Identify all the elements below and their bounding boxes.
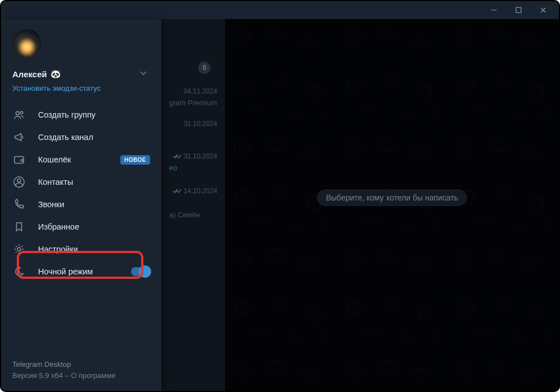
phone-icon <box>12 198 26 211</box>
menu-wallet[interactable]: Кошелёк НОВОЕ <box>1 148 161 171</box>
contacts-icon <box>12 175 26 189</box>
svg-point-16 <box>17 179 21 182</box>
menu-label: Ночной режим <box>38 267 93 276</box>
close-button[interactable] <box>531 1 556 19</box>
gear-icon <box>12 242 26 256</box>
menu-label: Звонки <box>38 200 64 209</box>
svg-rect-1 <box>516 8 521 13</box>
night-mode-toggle[interactable] <box>131 267 150 276</box>
svg-point-13 <box>16 111 19 115</box>
app-window: 6 04.11.2024 gram Premium б... 31.10.202… <box>0 0 560 392</box>
menu-calls[interactable]: Звонки <box>1 193 161 216</box>
menu-list: Создать группу Создать канал Кошелёк НОВ… <box>1 98 161 286</box>
wallet-icon <box>12 153 26 166</box>
avatar[interactable] <box>12 29 41 58</box>
panda-emoji-icon: 🐼 <box>50 69 61 79</box>
menu-label: Создать канал <box>38 133 93 142</box>
app-name: Telegram Desktop <box>12 359 150 370</box>
megaphone-icon <box>12 130 26 144</box>
menu-settings[interactable]: Настройки <box>1 238 161 260</box>
main-menu-drawer: Алексей🐼 Установить эмодзи-статус Создат… <box>1 19 161 391</box>
menu-label: Настройки <box>38 245 78 254</box>
title-bar <box>1 1 559 19</box>
menu-label: Создать группу <box>38 110 96 119</box>
profile-name: Алексей🐼 <box>12 69 61 79</box>
menu-contacts[interactable]: Контакты <box>1 171 161 193</box>
drawer-overlay-shadow[interactable] <box>161 19 559 391</box>
drawer-footer: Telegram Desktop Версия 5.9 x64 – О прог… <box>1 351 161 391</box>
menu-create-group[interactable]: Создать группу <box>1 104 161 126</box>
menu-label: Кошелёк <box>38 155 71 164</box>
menu-saved[interactable]: Избранное <box>1 216 161 238</box>
new-badge: НОВОЕ <box>120 155 150 165</box>
menu-label: Избранное <box>38 222 79 231</box>
expand-accounts-button[interactable] <box>137 66 150 82</box>
set-emoji-status-link[interactable]: Установить эмодзи-статус <box>12 84 150 92</box>
group-icon <box>12 108 26 122</box>
svg-point-14 <box>20 111 23 114</box>
bookmark-icon <box>12 220 26 234</box>
maximize-button[interactable] <box>506 1 531 19</box>
menu-create-channel[interactable]: Создать канал <box>1 126 161 148</box>
version-about-link[interactable]: Версия 5.9 x64 – О программе <box>12 370 150 381</box>
profile-section: Алексей🐼 Установить эмодзи-статус <box>1 19 161 98</box>
menu-label: Контакты <box>38 178 73 186</box>
minimize-button[interactable] <box>482 1 506 19</box>
menu-night-mode[interactable]: Ночной режим <box>1 260 161 283</box>
moon-icon <box>12 265 26 278</box>
svg-point-18 <box>17 248 21 251</box>
